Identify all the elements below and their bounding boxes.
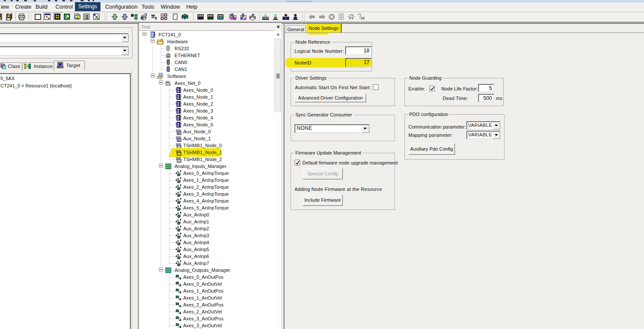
svg-text:NODE: NODE <box>176 150 181 152</box>
svg-text:NODE: NODE <box>176 136 181 139</box>
svg-text:1: 1 <box>180 105 181 107</box>
svg-text:I0: I0 <box>178 132 180 135</box>
svg-text:I0: I0 <box>178 139 180 142</box>
svg-text:1: 1 <box>180 126 181 128</box>
svg-text:1: 1 <box>180 119 181 121</box>
svg-text:NODE: NODE <box>176 157 181 159</box>
svg-text:NODE: NODE <box>176 143 181 145</box>
svg-text:1: 1 <box>180 98 181 100</box>
svg-text:NODE: NODE <box>176 129 181 132</box>
svg-text:1: 1 <box>180 91 181 94</box>
svg-text:1: 1 <box>180 112 181 114</box>
